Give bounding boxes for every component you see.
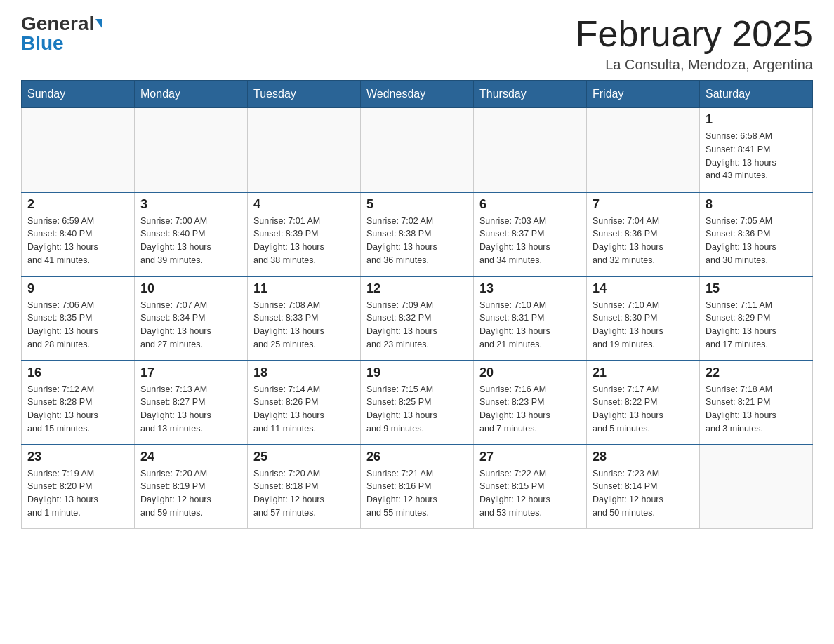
calendar-cell bbox=[700, 445, 813, 529]
day-number: 12 bbox=[366, 281, 468, 296]
calendar-cell: 4Sunrise: 7:01 AM Sunset: 8:39 PM Daylig… bbox=[248, 192, 361, 276]
day-info: Sunrise: 7:23 AM Sunset: 8:14 PM Dayligh… bbox=[593, 467, 694, 520]
calendar-cell bbox=[361, 108, 474, 192]
calendar-cell: 24Sunrise: 7:20 AM Sunset: 8:19 PM Dayli… bbox=[135, 445, 248, 529]
day-info: Sunrise: 7:15 AM Sunset: 8:25 PM Dayligh… bbox=[366, 383, 468, 436]
day-info: Sunrise: 7:01 AM Sunset: 8:39 PM Dayligh… bbox=[253, 215, 355, 267]
logo-blue-text: Blue bbox=[21, 34, 64, 53]
calendar-subtitle: La Consulta, Mendoza, Argentina bbox=[576, 57, 813, 73]
day-number: 15 bbox=[706, 281, 807, 296]
calendar-header-wednesday: Wednesday bbox=[361, 81, 474, 108]
calendar-cell bbox=[135, 108, 248, 192]
calendar-cell: 15Sunrise: 7:11 AM Sunset: 8:29 PM Dayli… bbox=[700, 276, 813, 361]
calendar-cell bbox=[248, 108, 361, 192]
day-number: 6 bbox=[479, 197, 581, 212]
calendar-cell: 1Sunrise: 6:58 AM Sunset: 8:41 PM Daylig… bbox=[700, 108, 813, 192]
day-info: Sunrise: 7:04 AM Sunset: 8:36 PM Dayligh… bbox=[593, 215, 694, 267]
calendar-header-saturday: Saturday bbox=[700, 81, 813, 108]
day-info: Sunrise: 7:06 AM Sunset: 8:35 PM Dayligh… bbox=[27, 299, 128, 351]
calendar-cell: 2Sunrise: 6:59 AM Sunset: 8:40 PM Daylig… bbox=[22, 192, 135, 276]
calendar-cell: 28Sunrise: 7:23 AM Sunset: 8:14 PM Dayli… bbox=[587, 445, 700, 529]
day-info: Sunrise: 7:11 AM Sunset: 8:29 PM Dayligh… bbox=[706, 299, 807, 351]
calendar-cell: 21Sunrise: 7:17 AM Sunset: 8:22 PM Dayli… bbox=[587, 361, 700, 445]
calendar-header-sunday: Sunday bbox=[22, 81, 135, 108]
logo-general-text: General bbox=[21, 14, 94, 34]
calendar-cell: 6Sunrise: 7:03 AM Sunset: 8:37 PM Daylig… bbox=[474, 192, 587, 276]
day-info: Sunrise: 7:02 AM Sunset: 8:38 PM Dayligh… bbox=[366, 215, 468, 267]
day-info: Sunrise: 7:05 AM Sunset: 8:36 PM Dayligh… bbox=[706, 215, 807, 267]
calendar-cell: 16Sunrise: 7:12 AM Sunset: 8:28 PM Dayli… bbox=[22, 361, 135, 445]
day-number: 4 bbox=[253, 197, 355, 212]
day-number: 26 bbox=[366, 450, 468, 464]
calendar-cell: 3Sunrise: 7:00 AM Sunset: 8:40 PM Daylig… bbox=[135, 192, 248, 276]
calendar-cell: 20Sunrise: 7:16 AM Sunset: 8:23 PM Dayli… bbox=[474, 361, 587, 445]
day-info: Sunrise: 7:03 AM Sunset: 8:37 PM Dayligh… bbox=[479, 215, 581, 267]
calendar-week-row: 23Sunrise: 7:19 AM Sunset: 8:20 PM Dayli… bbox=[22, 445, 813, 529]
day-number: 21 bbox=[593, 365, 694, 380]
day-number: 27 bbox=[479, 450, 581, 464]
day-info: Sunrise: 7:10 AM Sunset: 8:30 PM Dayligh… bbox=[593, 299, 694, 351]
day-number: 7 bbox=[593, 197, 694, 212]
calendar-week-row: 2Sunrise: 6:59 AM Sunset: 8:40 PM Daylig… bbox=[22, 192, 813, 276]
day-number: 19 bbox=[366, 365, 468, 380]
day-number: 11 bbox=[253, 281, 355, 296]
calendar-cell: 13Sunrise: 7:10 AM Sunset: 8:31 PM Dayli… bbox=[474, 276, 587, 361]
title-section: February 2025 La Consulta, Mendoza, Arge… bbox=[576, 14, 813, 73]
day-number: 25 bbox=[253, 450, 355, 464]
day-info: Sunrise: 7:10 AM Sunset: 8:31 PM Dayligh… bbox=[479, 299, 581, 351]
day-number: 24 bbox=[140, 450, 241, 464]
day-info: Sunrise: 7:07 AM Sunset: 8:34 PM Dayligh… bbox=[140, 299, 241, 351]
calendar-cell bbox=[474, 108, 587, 192]
day-number: 23 bbox=[27, 450, 128, 464]
calendar-cell: 5Sunrise: 7:02 AM Sunset: 8:38 PM Daylig… bbox=[361, 192, 474, 276]
day-number: 16 bbox=[27, 365, 128, 380]
day-info: Sunrise: 6:58 AM Sunset: 8:41 PM Dayligh… bbox=[706, 130, 807, 182]
day-info: Sunrise: 6:59 AM Sunset: 8:40 PM Dayligh… bbox=[27, 215, 128, 267]
day-info: Sunrise: 7:20 AM Sunset: 8:18 PM Dayligh… bbox=[253, 467, 355, 520]
day-info: Sunrise: 7:17 AM Sunset: 8:22 PM Dayligh… bbox=[593, 383, 694, 436]
day-number: 2 bbox=[27, 197, 128, 212]
calendar-header-thursday: Thursday bbox=[474, 81, 587, 108]
page-header: General Blue February 2025 La Consulta, … bbox=[21, 14, 813, 73]
calendar-header-monday: Monday bbox=[135, 81, 248, 108]
day-number: 8 bbox=[706, 197, 807, 212]
calendar-cell: 17Sunrise: 7:13 AM Sunset: 8:27 PM Dayli… bbox=[135, 361, 248, 445]
day-info: Sunrise: 7:00 AM Sunset: 8:40 PM Dayligh… bbox=[140, 215, 241, 267]
calendar-cell bbox=[22, 108, 135, 192]
calendar-cell: 25Sunrise: 7:20 AM Sunset: 8:18 PM Dayli… bbox=[248, 445, 361, 529]
day-info: Sunrise: 7:09 AM Sunset: 8:32 PM Dayligh… bbox=[366, 299, 468, 351]
day-info: Sunrise: 7:22 AM Sunset: 8:15 PM Dayligh… bbox=[479, 467, 581, 520]
calendar-header-row: SundayMondayTuesdayWednesdayThursdayFrid… bbox=[22, 81, 813, 108]
day-number: 18 bbox=[253, 365, 355, 380]
day-number: 10 bbox=[140, 281, 241, 296]
day-number: 9 bbox=[27, 281, 128, 296]
day-number: 14 bbox=[593, 281, 694, 296]
calendar-table: SundayMondayTuesdayWednesdayThursdayFrid… bbox=[21, 80, 813, 529]
calendar-cell: 9Sunrise: 7:06 AM Sunset: 8:35 PM Daylig… bbox=[22, 276, 135, 361]
day-number: 1 bbox=[706, 112, 807, 127]
logo-arrow-icon bbox=[95, 19, 102, 29]
calendar-cell: 18Sunrise: 7:14 AM Sunset: 8:26 PM Dayli… bbox=[248, 361, 361, 445]
day-number: 17 bbox=[140, 365, 241, 380]
calendar-cell: 26Sunrise: 7:21 AM Sunset: 8:16 PM Dayli… bbox=[361, 445, 474, 529]
calendar-cell: 10Sunrise: 7:07 AM Sunset: 8:34 PM Dayli… bbox=[135, 276, 248, 361]
day-info: Sunrise: 7:14 AM Sunset: 8:26 PM Dayligh… bbox=[253, 383, 355, 436]
calendar-cell bbox=[587, 108, 700, 192]
day-number: 5 bbox=[366, 197, 468, 212]
calendar-cell: 19Sunrise: 7:15 AM Sunset: 8:25 PM Dayli… bbox=[361, 361, 474, 445]
day-info: Sunrise: 7:16 AM Sunset: 8:23 PM Dayligh… bbox=[479, 383, 581, 436]
day-info: Sunrise: 7:19 AM Sunset: 8:20 PM Dayligh… bbox=[27, 467, 128, 520]
calendar-cell: 23Sunrise: 7:19 AM Sunset: 8:20 PM Dayli… bbox=[22, 445, 135, 529]
calendar-cell: 8Sunrise: 7:05 AM Sunset: 8:36 PM Daylig… bbox=[700, 192, 813, 276]
logo: General Blue bbox=[21, 14, 102, 53]
day-number: 20 bbox=[479, 365, 581, 380]
calendar-header-tuesday: Tuesday bbox=[248, 81, 361, 108]
calendar-cell: 22Sunrise: 7:18 AM Sunset: 8:21 PM Dayli… bbox=[700, 361, 813, 445]
day-info: Sunrise: 7:13 AM Sunset: 8:27 PM Dayligh… bbox=[140, 383, 241, 436]
day-info: Sunrise: 7:21 AM Sunset: 8:16 PM Dayligh… bbox=[366, 467, 468, 520]
day-number: 28 bbox=[593, 450, 694, 464]
day-info: Sunrise: 7:20 AM Sunset: 8:19 PM Dayligh… bbox=[140, 467, 241, 520]
calendar-week-row: 9Sunrise: 7:06 AM Sunset: 8:35 PM Daylig… bbox=[22, 276, 813, 361]
day-info: Sunrise: 7:18 AM Sunset: 8:21 PM Dayligh… bbox=[706, 383, 807, 436]
day-number: 13 bbox=[479, 281, 581, 296]
